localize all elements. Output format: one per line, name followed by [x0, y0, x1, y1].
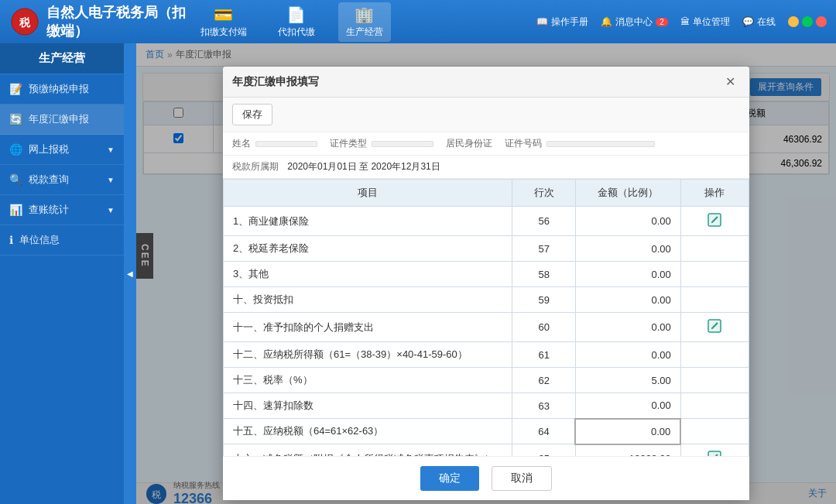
modal-save-button[interactable]: 保存 — [232, 104, 272, 125]
tax-period-value: 2020年01月01日 至 2020年12月31日 — [287, 161, 440, 172]
name-label: 姓名 — [232, 137, 251, 150]
row-action-7 — [680, 393, 749, 419]
modal-header: 年度汇缴申报填写 ✕ — [223, 67, 749, 98]
nav-item-dkdj[interactable]: 📄 代扣代缴 — [270, 2, 323, 42]
modal-table-row: 十六、减免税额（附报《个人所得税减免税事项报告表》）6510000.00 — [224, 444, 749, 457]
row-action-5 — [680, 342, 749, 368]
unit-mgmt-label: 单位管理 — [693, 15, 730, 29]
row-num-5: 61 — [512, 342, 575, 368]
cert-type-label: 证件类型 — [330, 137, 367, 150]
title-bar: 税 自然人电子税务局（扣缴端） 💳 扣缴支付端 📄 代扣代缴 🏢 生产经营 📖 … — [0, 0, 836, 43]
th-action: 操作 — [680, 180, 749, 207]
modal-title: 年度汇缴申报填写 — [232, 75, 319, 89]
form-field-id-card: 居民身份证 — [446, 137, 492, 150]
app-title: 自然人电子税务局（扣缴端） — [46, 3, 193, 40]
nav-label-fkzfd: 扣缴支付端 — [200, 26, 247, 39]
sidebar-item-online-tax[interactable]: 🌐 网上报税 ▼ — [0, 135, 124, 165]
modal-toolbar: 保存 — [223, 98, 749, 132]
chevron-down-icon-3: ▼ — [107, 206, 115, 214]
row-item-0: 1、商业健康保险 — [224, 207, 512, 236]
online-btn[interactable]: 💬 在线 — [742, 15, 776, 29]
edit-icon-9[interactable] — [707, 450, 722, 456]
sidebar-icon-stats: 📊 — [9, 204, 22, 216]
modal-overlay: 年度汇缴申报填写 ✕ 保存 姓名 证件类型 — [136, 43, 836, 504]
row-amount-7: 0.00 — [575, 393, 680, 419]
nav-item-scjy[interactable]: 🏢 生产经营 — [338, 2, 391, 42]
unit-mgmt-btn[interactable]: 🏛 单位管理 — [680, 15, 730, 29]
sidebar-item-precancel[interactable]: 📝 预缴纳税申报 — [0, 74, 124, 105]
manual-icon: 📖 — [536, 16, 548, 27]
row-item-3: 十、投资抵扣 — [224, 287, 512, 313]
row-num-0: 56 — [512, 207, 575, 236]
tax-period-row: 税款所属期 2020年01月01日 至 2020年12月31日 — [223, 156, 749, 179]
row-item-4: 十一、准予扣除的个人捐赠支出 — [224, 313, 512, 342]
row-amount-4: 0.00 — [575, 313, 680, 342]
manual-btn[interactable]: 📖 操作手册 — [536, 15, 588, 29]
modal-table-row: 十四、速算扣除数630.00 — [224, 393, 749, 419]
online-icon: 💬 — [742, 16, 754, 27]
cancel-button[interactable]: 取消 — [492, 466, 552, 491]
sidebar-label-unit-info: 单位信息 — [19, 233, 60, 247]
modal-table-row: 十三、税率（%）625.00 — [224, 368, 749, 393]
modal-table-row: 十五、应纳税额（64=61×62-63）640.00 — [224, 419, 749, 444]
chevron-down-icon-2: ▼ — [107, 176, 115, 184]
nav-label-dkdj: 代扣代缴 — [278, 26, 315, 39]
row-action-0[interactable] — [680, 207, 749, 236]
nav-item-fkzfd[interactable]: 💳 扣缴支付端 — [193, 2, 255, 42]
sidebar-item-unit-info[interactable]: ℹ 单位信息 — [0, 225, 124, 255]
sidebar-label-precancel: 预缴纳税申报 — [29, 82, 89, 96]
row-item-1: 2、税延养老保险 — [224, 236, 512, 262]
row-num-6: 62 — [512, 368, 575, 393]
modal-close-button[interactable]: ✕ — [721, 73, 740, 91]
sidebar-item-annual[interactable]: 🔄 年度汇缴申报 — [0, 105, 124, 135]
sidebar-icon-online-tax: 🌐 — [9, 143, 22, 156]
id-card-label: 居民身份证 — [446, 137, 492, 150]
sidebar-icon-precancel: 📝 — [9, 83, 22, 95]
message-icon: 🔔 — [601, 16, 612, 27]
form-field-name: 姓名 — [232, 137, 317, 150]
row-num-7: 63 — [512, 393, 575, 419]
top-nav: 💳 扣缴支付端 📄 代扣代缴 🏢 生产经营 — [193, 2, 391, 42]
sidebar-label-annual: 年度汇缴申报 — [29, 112, 89, 126]
nav-icon-fkzfd: 💳 — [214, 5, 233, 24]
row-amount-5: 0.00 — [575, 342, 680, 368]
row-item-2: 3、其他 — [224, 262, 512, 287]
edit-icon-4[interactable] — [707, 318, 722, 334]
modal-table-row: 3、其他580.00 — [224, 262, 749, 287]
maximize-button[interactable] — [802, 16, 813, 27]
svg-text:税: 税 — [19, 16, 31, 29]
row-amount-0: 0.00 — [575, 207, 680, 236]
sidebar-collapse-button[interactable]: ◀ — [124, 43, 136, 504]
minimize-button[interactable] — [788, 16, 799, 27]
row-action-9[interactable] — [680, 444, 749, 457]
row-action-4[interactable] — [680, 313, 749, 342]
row-amount-2: 0.00 — [575, 262, 680, 287]
edit-icon-0[interactable] — [707, 212, 722, 228]
sidebar-item-tax-query[interactable]: 🔍 税款查询 ▼ — [0, 165, 124, 195]
sidebar-icon-annual: 🔄 — [9, 113, 22, 125]
modal-table-row: 十一、准予扣除的个人捐赠支出600.00 — [224, 313, 749, 342]
sidebar-label-stats: 查账统计 — [29, 203, 69, 217]
tax-period-label: 税款所属期 — [232, 161, 279, 172]
th-item: 项目 — [224, 180, 512, 207]
sidebar-label-tax-query: 税款查询 — [29, 173, 69, 187]
sidebar: 生产经营 📝 预缴纳税申报 🔄 年度汇缴申报 🌐 网上报税 ▼ 🔍 税款查询 ▼… — [0, 43, 124, 504]
unit-mgmt-icon: 🏛 — [680, 16, 690, 27]
modal-table-row: 十二、应纳税所得额（61=（38-39）×40-41-59-60）610.00 — [224, 342, 749, 368]
modal-table-row: 十、投资抵扣590.00 — [224, 287, 749, 313]
modal-form: 姓名 证件类型 居民身份证 证件号码 — [223, 132, 749, 156]
modal-table-row: 2、税延养老保险570.00 — [224, 236, 749, 262]
modal-table-row: 1、商业健康保险560.00 — [224, 207, 749, 236]
nav-icon-dkdj: 📄 — [286, 5, 306, 24]
row-action-3 — [680, 287, 749, 313]
close-button[interactable] — [816, 16, 827, 27]
modal-table-wrapper[interactable]: 项目 行次 金额（比例） 操作 1、商业健康保险560.00 2、税延养老保险5… — [223, 179, 749, 456]
sidebar-item-stats[interactable]: 📊 查账统计 ▼ — [0, 195, 124, 225]
row-item-5: 十二、应纳税所得额（61=（38-39）×40-41-59-60） — [224, 342, 512, 368]
message-btn[interactable]: 🔔 消息中心 2 — [601, 15, 668, 29]
modal-dialog: 年度汇缴申报填写 ✕ 保存 姓名 证件类型 — [223, 67, 749, 500]
confirm-button[interactable]: 确定 — [420, 466, 479, 491]
row-num-4: 60 — [512, 313, 575, 342]
row-num-1: 57 — [512, 236, 575, 262]
row-amount-1: 0.00 — [575, 236, 680, 262]
